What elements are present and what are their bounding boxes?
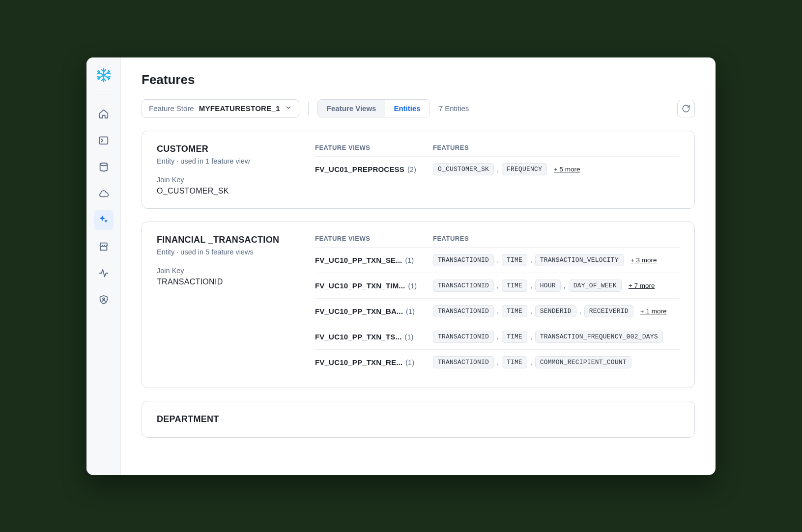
feature-tag[interactable]: O_CUSTOMER_SK: [433, 163, 494, 175]
nav-admin[interactable]: [94, 290, 114, 309]
feature-view-name[interactable]: FV_UC10_PP_TXN_RE...: [315, 358, 402, 366]
feature-view-count: (1): [405, 256, 414, 264]
tab-entities[interactable]: Entities: [385, 100, 429, 117]
separator: ,: [497, 307, 499, 315]
page-title: Features: [142, 72, 695, 87]
feature-store-selector[interactable]: Feature Store MYFEATURESTORE_1: [142, 99, 299, 118]
main-content: Features Feature Store MYFEATURESTORE_1 …: [121, 57, 716, 475]
entity-summary: DEPARTMENT: [157, 414, 299, 424]
tab-feature-views[interactable]: Feature Views: [318, 100, 385, 117]
feature-tag[interactable]: TIME: [502, 331, 527, 343]
feature-tag[interactable]: TRANSACTIONID: [433, 305, 494, 317]
entity-name: FINANCIAL _TRANSACTION: [157, 235, 284, 245]
more-features-link[interactable]: + 1 more: [640, 308, 667, 315]
sidebar-divider: [93, 94, 114, 94]
refresh-button[interactable]: [677, 100, 695, 117]
feature-view-row: FV_UC10_PP_TXN_TIM...(1)TRANSACTIONID,TI…: [315, 273, 680, 298]
more-features-link[interactable]: + 5 more: [554, 166, 580, 173]
feature-view-name[interactable]: FV_UC10_PP_TXN_BA...: [315, 307, 403, 315]
feature-view-row: FV_UC10_PP_TXN_RE...(1)TRANSACTIONID,TIM…: [315, 349, 680, 375]
feature-list: TRANSACTIONID,TIME,SENDERID,RECEIVERID+ …: [433, 305, 680, 317]
more-features-link[interactable]: + 3 more: [630, 256, 657, 264]
refresh-icon: [682, 104, 690, 113]
svg-point-5: [103, 298, 105, 300]
feature-tag[interactable]: TRANSACTION_VELOCITY: [535, 254, 624, 266]
toolbar: Feature Store MYFEATURESTORE_1 Feature V…: [142, 99, 695, 118]
feature-view-count: (2): [407, 166, 416, 173]
feature-view-row: FV_UC10_PP_TXN_SE...(1)TRANSACTIONID,TIM…: [315, 247, 680, 273]
feature-list: TRANSACTIONID,TIME,TRANSACTION_VELOCITY+…: [433, 254, 680, 266]
feature-tag[interactable]: TIME: [502, 356, 527, 368]
nav-cloud[interactable]: [94, 184, 114, 203]
separator: ,: [497, 333, 499, 340]
entity-count: 7 Entities: [439, 104, 469, 112]
feature-tag[interactable]: COMMON_RECIPIENT_COUNT: [535, 356, 631, 368]
separator: ,: [497, 358, 499, 366]
feature-tag[interactable]: TRANSACTIONID: [433, 254, 494, 266]
feature-tag[interactable]: TRANSACTIONID: [433, 280, 494, 292]
svg-rect-3: [99, 137, 108, 144]
snowflake-logo: [95, 66, 113, 84]
feature-tag[interactable]: RECEIVERID: [584, 305, 633, 317]
separator: ,: [497, 256, 499, 264]
svg-point-4: [100, 163, 107, 166]
separator: ,: [497, 281, 499, 289]
nav-home[interactable]: [94, 104, 114, 124]
feature-tag[interactable]: TIME: [502, 254, 527, 266]
separator: ,: [564, 281, 566, 289]
entity-meta: Entity · used in 5 feature views: [157, 248, 284, 256]
feature-tag[interactable]: TIME: [502, 280, 527, 292]
entity-meta: Entity · used in 1 feature view: [157, 157, 284, 165]
join-key-label: Join Key: [157, 267, 284, 275]
column-header-features: FEATURES: [433, 144, 680, 151]
feature-view-name[interactable]: FV_UC10_PP_TXN_TIM...: [315, 281, 405, 290]
feature-list: TRANSACTIONID,TIME,COMMON_RECIPIENT_COUN…: [433, 356, 680, 368]
view-tabs: Feature Views Entities: [317, 99, 430, 117]
separator: ,: [530, 307, 532, 315]
separator: ,: [497, 165, 499, 173]
nav-activity[interactable]: [94, 263, 114, 283]
join-key-value: O_CUSTOMER_SK: [157, 187, 284, 196]
nav-marketplace[interactable]: [94, 237, 114, 256]
column-header-features: FEATURES: [433, 235, 680, 242]
feature-tag[interactable]: TRANSACTION_FREQUENCY_002_DAYS: [535, 331, 663, 343]
entity-card: FINANCIAL _TRANSACTION Entity · used in …: [142, 222, 695, 388]
separator: ,: [530, 333, 532, 340]
feature-tag[interactable]: DAY_OF_WEEK: [569, 280, 622, 292]
join-key-value: TRANSACTIONID: [157, 278, 284, 286]
more-features-link[interactable]: + 7 more: [629, 282, 655, 289]
feature-tag[interactable]: TRANSACTIONID: [433, 356, 494, 368]
join-key-label: Join Key: [157, 176, 284, 184]
store-value: MYFEATURESTORE_1: [199, 104, 280, 112]
feature-tag[interactable]: TIME: [502, 305, 527, 317]
feature-view-count: (1): [405, 359, 414, 366]
feature-tag[interactable]: HOUR: [535, 280, 561, 292]
entity-name: CUSTOMER: [157, 144, 284, 154]
sidebar: [86, 57, 121, 475]
feature-list: O_CUSTOMER_SK,FREQUENCY+ 5 more: [433, 163, 680, 175]
feature-view-count: (1): [408, 282, 417, 290]
feature-view-name[interactable]: FV_UC01_PREPROCESS: [315, 165, 404, 173]
nav-worksheets[interactable]: [94, 131, 114, 150]
feature-view-name[interactable]: FV_UC10_PP_TXN_SE...: [315, 256, 402, 264]
feature-view-name[interactable]: FV_UC10_PP_TXN_TS...: [315, 333, 402, 341]
feature-view-row: FV_UC10_PP_TXN_TS...(1)TRANSACTIONID,TIM…: [315, 324, 680, 349]
feature-view-count: (1): [406, 308, 415, 315]
feature-tag[interactable]: SENDERID: [535, 305, 576, 317]
chevron-down-icon: [285, 104, 292, 113]
entity-summary: CUSTOMER Entity · used in 1 feature view…: [157, 144, 299, 196]
feature-view-row: FV_UC10_PP_TXN_BA...(1)TRANSACTIONID,TIM…: [315, 298, 680, 324]
separator: ,: [530, 256, 532, 264]
nav-data[interactable]: [94, 157, 114, 177]
feature-view-count: (1): [405, 333, 414, 341]
entity-detail: FEATURE VIEWS FEATURES FV_UC10_PP_TXN_SE…: [299, 235, 680, 375]
nav-ai-ml[interactable]: [94, 210, 114, 230]
feature-list: TRANSACTIONID,TIME,TRANSACTION_FREQUENCY…: [433, 331, 680, 343]
separator: ,: [530, 281, 532, 289]
feature-tag[interactable]: FREQUENCY: [502, 163, 547, 175]
column-header-feature-views: FEATURE VIEWS: [315, 235, 433, 242]
feature-tag[interactable]: TRANSACTIONID: [433, 331, 494, 343]
entity-card: CUSTOMER Entity · used in 1 feature view…: [142, 131, 695, 209]
feature-list: TRANSACTIONID,TIME,HOUR,DAY_OF_WEEK+ 7 m…: [433, 280, 680, 292]
entity-card: DEPARTMENT: [142, 401, 695, 438]
